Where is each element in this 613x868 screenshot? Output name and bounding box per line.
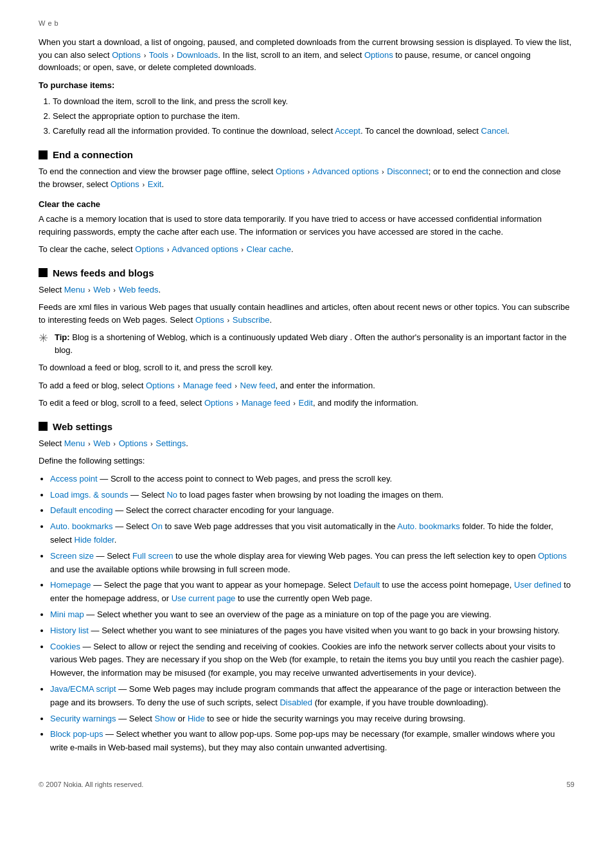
- define-label: Define the following settings:: [39, 455, 574, 467]
- section-icon-news: [39, 268, 48, 277]
- link-exit[interactable]: Exit: [148, 179, 162, 189]
- list-item-security-warnings: Security warnings — Select Show or Hide …: [50, 712, 574, 726]
- link-auto-bookmarks-folder[interactable]: Auto. bookmarks: [397, 521, 460, 531]
- link-edit[interactable]: Edit: [299, 398, 313, 408]
- link-disconnect[interactable]: Disconnect: [387, 167, 428, 176]
- link-disabled[interactable]: Disabled: [280, 698, 312, 707]
- link-use-current-page[interactable]: Use current page: [172, 593, 236, 603]
- link-cancel[interactable]: Cancel: [481, 126, 507, 136]
- link-homepage[interactable]: Homepage: [50, 580, 91, 590]
- link-settings[interactable]: Settings: [155, 439, 186, 448]
- section-end-connection: End a connection: [39, 149, 574, 160]
- link-web-news[interactable]: Web: [93, 285, 111, 294]
- link-show[interactable]: Show: [155, 714, 176, 723]
- link-hide-folder[interactable]: Hide folder: [75, 535, 114, 545]
- link-options-edit-feed[interactable]: Options: [204, 398, 233, 408]
- link-default-encoding[interactable]: Default encoding: [50, 505, 113, 515]
- section-title-end: End a connection: [53, 149, 133, 160]
- end-connection-p1: To end the connection and view the brows…: [39, 165, 574, 190]
- section-icon-end: [39, 150, 48, 159]
- list-item-access-point: Access point — Scroll to the access poin…: [50, 473, 574, 486]
- link-security-warnings[interactable]: Security warnings: [50, 714, 116, 723]
- news-p2: To download a feed or blog, scroll to it…: [39, 361, 574, 374]
- section-title-settings: Web settings: [53, 421, 112, 432]
- section-title-news: News feeds and blogs: [53, 267, 154, 278]
- link-access-point[interactable]: Access point: [50, 474, 98, 484]
- list-item-load-imgs: Load imgs. & sounds — Select No to load …: [50, 489, 574, 502]
- link-downloads[interactable]: Downloads: [177, 50, 218, 60]
- link-clear-cache[interactable]: Clear cache: [247, 244, 291, 254]
- link-auto-bookmarks[interactable]: Auto. bookmarks: [50, 521, 113, 531]
- list-item-java-ecma: Java/ECMA script — Some Web pages may in…: [50, 683, 574, 710]
- link-subscribe[interactable]: Subscribe: [233, 315, 270, 325]
- section-web-settings: Web settings: [39, 421, 574, 432]
- clear-cache-p1: A cache is a memory location that is use…: [39, 213, 574, 238]
- page-label: W e b: [39, 19, 574, 27]
- purchase-label: To purchase items:: [39, 79, 574, 92]
- news-select-line: Select Menu › Web › Web feeds.: [39, 284, 574, 296]
- link-menu-news[interactable]: Menu: [64, 285, 85, 294]
- link-options-screen[interactable]: Options: [538, 551, 567, 561]
- list-item-default-encoding: Default encoding — Select the correct ch…: [50, 504, 574, 518]
- link-options-subscribe[interactable]: Options: [195, 315, 224, 325]
- link-hide[interactable]: Hide: [188, 714, 205, 723]
- link-web-settings[interactable]: Web: [93, 439, 111, 448]
- footer-copyright: © 2007 Nokia. All rights reserved.: [39, 781, 143, 788]
- list-item-block-popups: Block pop-ups — Select whether you want …: [50, 728, 574, 755]
- clear-cache-p2: To clear the cache, select Options › Adv…: [39, 243, 574, 256]
- link-options-add-feed[interactable]: Options: [146, 381, 175, 390]
- news-p4: To edit a feed or blog, scroll to a feed…: [39, 397, 574, 410]
- link-options-2[interactable]: Options: [364, 50, 393, 60]
- link-options-settings[interactable]: Options: [119, 439, 148, 448]
- intro-p1: When you start a download, a list of ong…: [39, 36, 574, 74]
- link-options-cache[interactable]: Options: [135, 244, 164, 254]
- settings-list: Access point — Scroll to the access poin…: [50, 473, 574, 755]
- news-p1: Feeds are xml files in various Web pages…: [39, 301, 574, 326]
- link-manage-feed-edit[interactable]: Manage feed: [242, 398, 290, 408]
- link-manage-feed-add[interactable]: Manage feed: [183, 381, 232, 390]
- link-mini-map[interactable]: Mini map: [50, 610, 84, 619]
- tip-box: ✳ Tip: Blog is a shortening of Weblog, w…: [39, 331, 574, 356]
- link-web-feeds[interactable]: Web feeds: [119, 285, 159, 294]
- link-load-imgs[interactable]: Load imgs. & sounds: [50, 490, 128, 500]
- link-no[interactable]: No: [166, 490, 177, 500]
- link-history-list[interactable]: History list: [50, 626, 89, 635]
- link-options-1[interactable]: Options: [112, 50, 141, 60]
- list-item-auto-bookmarks: Auto. bookmarks — Select On to save Web …: [50, 520, 574, 547]
- link-advanced-options-end[interactable]: Advanced options: [312, 167, 378, 176]
- link-user-defined[interactable]: User defined: [514, 580, 562, 590]
- list-item-cookies: Cookies — Select to allow or reject the …: [50, 640, 574, 680]
- footer: © 2007 Nokia. All rights reserved. 59: [39, 781, 574, 788]
- link-options-end-1[interactable]: Options: [276, 167, 305, 176]
- link-advanced-options-cache[interactable]: Advanced options: [172, 244, 238, 254]
- tip-icon: ✳: [39, 331, 48, 345]
- list-item-history-list: History list — Select whether you want t…: [50, 624, 574, 638]
- link-accept[interactable]: Accept: [335, 126, 360, 136]
- step-3: Carefully read all the information provi…: [53, 125, 574, 138]
- link-menu-settings[interactable]: Menu: [64, 439, 85, 448]
- tip-text: Tip: Blog is a shortening of Weblog, whi…: [55, 331, 574, 356]
- link-full-screen[interactable]: Full screen: [132, 551, 173, 561]
- link-block-popups[interactable]: Block pop-ups: [50, 729, 103, 739]
- link-on[interactable]: On: [152, 521, 163, 531]
- link-default[interactable]: Default: [353, 580, 380, 590]
- link-java-ecma[interactable]: Java/ECMA script: [50, 684, 116, 694]
- list-item-screen-size: Screen size — Select Full screen to use …: [50, 550, 574, 577]
- section-icon-settings: [39, 422, 48, 431]
- list-item-homepage: Homepage — Select the page that you want…: [50, 579, 574, 606]
- link-options-end-2[interactable]: Options: [111, 179, 139, 189]
- link-screen-size[interactable]: Screen size: [50, 551, 94, 561]
- section-news-feeds: News feeds and blogs: [39, 267, 574, 278]
- step-1: To download the item, scroll to the link…: [53, 95, 574, 109]
- list-item-mini-map: Mini map — Select whether you want to se…: [50, 608, 574, 622]
- link-new-feed[interactable]: New feed: [240, 381, 276, 390]
- link-tools[interactable]: Tools: [149, 50, 168, 60]
- link-cookies[interactable]: Cookies: [50, 642, 80, 651]
- section-clear-cache: Clear the cache: [39, 199, 574, 209]
- news-p3: To add a feed or blog, select Options › …: [39, 379, 574, 392]
- step-2: Select the appropriate option to purchas…: [53, 110, 574, 123]
- footer-page-number: 59: [567, 781, 574, 788]
- purchase-steps: To download the item, scroll to the link…: [53, 95, 574, 138]
- web-settings-select: Select Menu › Web › Options › Settings.: [39, 437, 574, 450]
